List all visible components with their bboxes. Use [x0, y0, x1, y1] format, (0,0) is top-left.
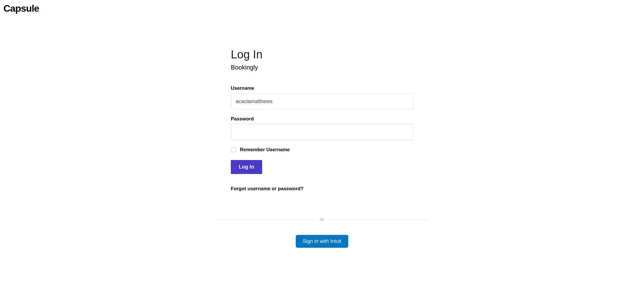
sso-row: Sign in with Intuit — [0, 235, 644, 248]
header: Capsule — [0, 0, 644, 17]
username-group: Username — [231, 85, 413, 109]
username-label: Username — [231, 85, 413, 91]
login-form-container: Log In Bookingly Username Password Remem… — [231, 17, 413, 192]
remember-checkbox[interactable] — [231, 147, 236, 152]
divider-line-right — [329, 220, 429, 220]
page-subtitle: Bookingly — [231, 64, 413, 71]
password-label: Password — [231, 116, 413, 122]
password-group: Password — [231, 116, 413, 140]
divider: or — [215, 217, 429, 222]
brand-logo: Capsule — [3, 3, 641, 14]
forgot-link[interactable]: Forgot username or password? — [231, 186, 303, 192]
remember-label: Remember Username — [240, 147, 290, 153]
divider-line-left — [215, 220, 315, 220]
page-title: Log In — [231, 48, 413, 61]
username-input[interactable] — [231, 93, 413, 109]
remember-row: Remember Username — [231, 147, 413, 153]
password-input[interactable] — [231, 124, 413, 140]
sign-in-intuit-button[interactable]: Sign in with Intuit — [296, 235, 348, 248]
login-button[interactable]: Log In — [231, 160, 262, 174]
divider-text: or — [315, 217, 329, 222]
